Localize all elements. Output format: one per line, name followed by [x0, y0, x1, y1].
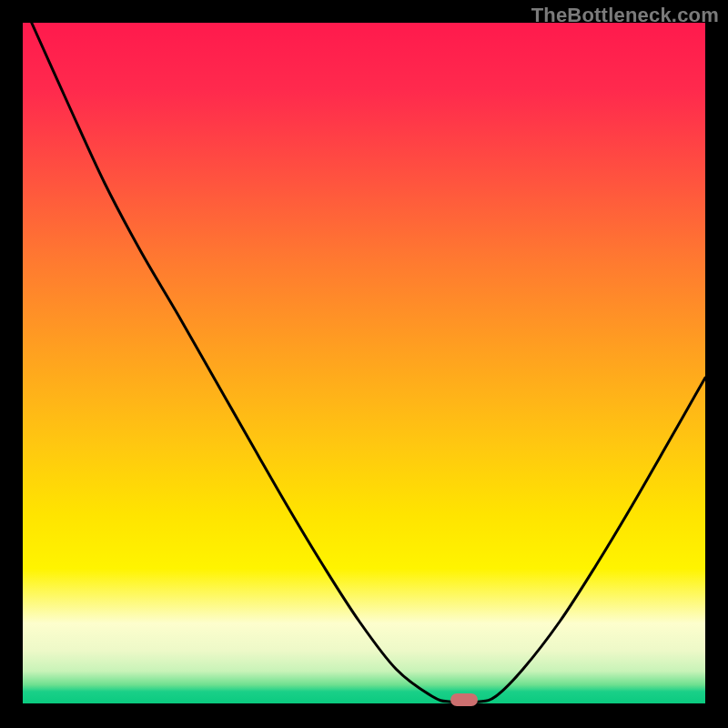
chart-frame: TheBottleneck.com — [0, 0, 728, 728]
plot-area — [23, 23, 705, 705]
watermark-text: TheBottleneck.com — [531, 4, 719, 27]
optimal-marker — [450, 693, 478, 706]
bottleneck-curve — [23, 23, 705, 705]
x-axis-baseline — [23, 703, 705, 705]
